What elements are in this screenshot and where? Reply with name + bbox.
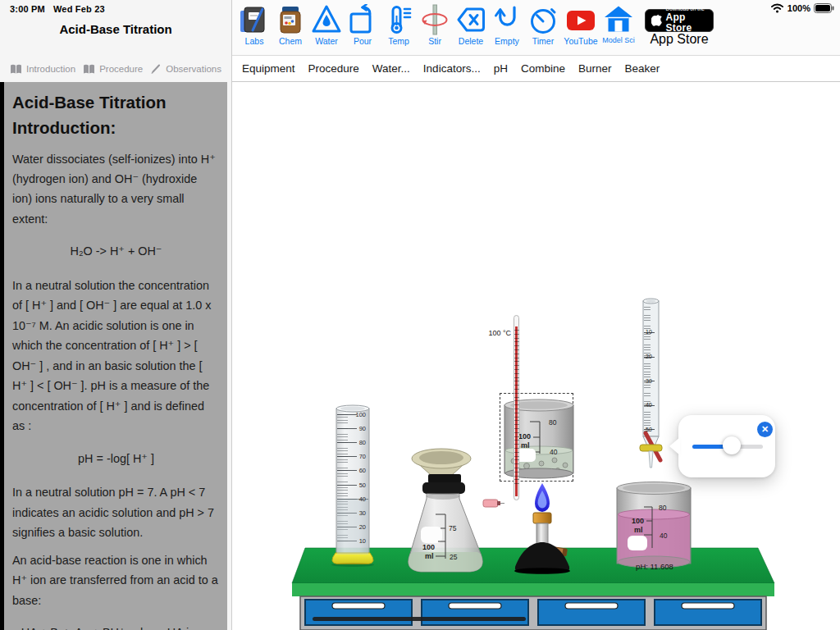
battery-percent: 100% [788,3,810,13]
intro-heading: Acid-Base Titration Introduction: [12,90,220,141]
badge-line2: App Store [666,12,713,34]
titration-beaker[interactable]: 80 40 100 ml [614,481,694,573]
status-time-date: 3:00 PMWed Feb 23 [10,4,113,14]
sidebar-tab-bar: Introduction Procedure Observations [0,56,231,82]
introduction-text-panel[interactable]: Acid-Base Titration Introduction: Water … [0,82,227,630]
toolbar-button-empty[interactable]: Empty [489,4,525,46]
menu-item-ph[interactable]: pH [494,62,508,75]
toolbar-label: Water [315,36,338,46]
flow-rate-popup[interactable]: ✕ [678,415,775,477]
intro-paragraph: In a neutral solution pH = 7. A pH < 7 i… [12,482,220,542]
tab-label: Procedure [99,64,143,74]
tab-procedure[interactable]: Procedure [83,64,143,75]
menu-item-procedure[interactable]: Procedure [308,62,359,75]
menu-item-beaker[interactable]: Beaker [624,62,660,75]
flask-volume-2: ml [425,552,434,560]
slider-thumb[interactable] [723,436,741,454]
thermometer-reading: 100 °C [468,329,511,337]
toolbar: Labs Chem Water P [232,0,840,56]
toolbar-label: YouTube [564,36,597,46]
timer-icon [527,4,559,35]
tab-label: Introduction [26,64,75,74]
wifi-icon [770,2,784,13]
flask-scale-bottom: 25 [450,553,458,561]
chemical-jar-icon [275,4,306,35]
toolbar-button-stir[interactable]: Stir [417,4,453,46]
toolbar-button-chem[interactable]: Chem [272,4,308,46]
table-drawer[interactable] [655,600,761,625]
toolbar-label: Timer [532,36,554,46]
toolbar-label: Model Sci [602,36,635,44]
toolbar-button-delete[interactable]: Delete [453,4,489,46]
erlenmeyer-flask-with-funnel[interactable]: 75 25 100 ml [399,447,506,577]
book-icon [10,64,22,75]
tab-observations[interactable]: Observations [150,64,221,75]
toolbar-button-pour[interactable]: Pour [345,4,381,46]
menu-item-burner[interactable]: Burner [578,62,612,75]
toolbar-button-labs[interactable]: Labs [236,4,272,46]
app-screen: 3:00 PMWed Feb 23 Acid-Base Titration In… [0,0,840,630]
ph-reading: pH: 11.608 [623,562,686,571]
toolbar-label: Stir [428,36,441,46]
status-cluster: 100% [770,2,834,13]
toolbar-button-youtube[interactable]: YouTube [561,4,600,46]
toolbar-button-timer[interactable]: Timer [525,4,561,46]
intro-paragraph: In a neutral solution the concentration … [12,276,220,436]
heated-beaker-volume-1: 100 [518,432,531,441]
toolbar-label: Delete [459,36,483,46]
titration-beaker-label-area [628,536,647,550]
toolbar-button-model-sci[interactable]: Model Sci [600,4,637,44]
cylinder-scale-labels: 10090 8070 6050 4030 2010 [348,410,366,546]
youtube-icon [565,4,596,35]
apple-logo-icon [651,14,662,27]
titration-beaker-scale-bottom: 40 [660,532,668,540]
titration-beaker-scale-top: 80 [659,504,667,512]
intro-paragraph: Water dissociates (self-ionizes) into H⁺… [12,149,220,230]
lab-stage: 10090 8070 6050 4030 2010 [232,82,840,630]
menu-item-combine[interactable]: Combine [521,62,565,75]
menu-bar: Equipment Procedure Water... Indicators.… [232,56,840,82]
table-drawer[interactable] [538,600,645,625]
toolbar-label: Chem [279,36,302,46]
home-indicator[interactable] [313,617,526,621]
toolbar-button-app-store[interactable]: Download on the App Store App Store [641,4,717,47]
toolbar-button-temp[interactable]: Temp [381,4,417,46]
close-icon[interactable]: ✕ [757,422,773,437]
pencil-icon [150,64,162,75]
page-title: Acid-Base Titration [0,22,231,36]
heated-beaker-scale-top: 80 [549,418,557,427]
equation-water-dissociation: H₂O -> H⁺ + OH⁻ [12,241,220,261]
tab-label: Observations [166,64,221,74]
water-drop-icon [311,4,342,35]
thermometer-icon [383,4,414,35]
book-icon [83,64,95,75]
flask-probe[interactable] [483,500,504,507]
burette-scale-labels: 1020 3040 50 [646,327,659,434]
toolbar-label: App Store [650,32,708,47]
equation-acid-base: HA + B -> A⁻ + BH⁺, where HA is an acid … [12,623,220,630]
labs-notebook-icon [239,4,270,35]
toolbar-label: Labs [245,36,264,46]
tab-introduction[interactable]: Introduction [10,64,75,75]
toolbar-label: Temp [388,36,409,46]
table-drawer[interactable] [422,600,528,625]
table-drawer[interactable] [305,600,412,625]
burette-stopcock[interactable] [640,445,662,451]
empty-arrow-icon [491,4,523,35]
flask-label-area [421,527,442,543]
flask-volume-1: 100 [422,543,435,551]
popup-tail [669,437,680,455]
toolbar-button-water[interactable]: Water [308,4,345,46]
toolbar-label: Empty [495,36,519,46]
equation-ph-definition: pH = -log[ H⁺ ] [12,449,220,468]
toolbar-label: Pour [354,36,372,46]
bunsen-burner[interactable] [510,478,576,574]
thermometer-ticks [514,330,519,487]
date-text: Wed Feb 23 [53,4,105,14]
heated-beaker-scale-bottom: 40 [550,448,558,456]
menu-item-equipment[interactable]: Equipment [242,62,295,75]
menu-item-water[interactable]: Water... [372,62,410,75]
titration-beaker-volume-2: ml [634,526,643,534]
app-store-badge[interactable]: Download on the App Store [645,9,714,32]
menu-item-indicators[interactable]: Indicators... [423,62,481,75]
